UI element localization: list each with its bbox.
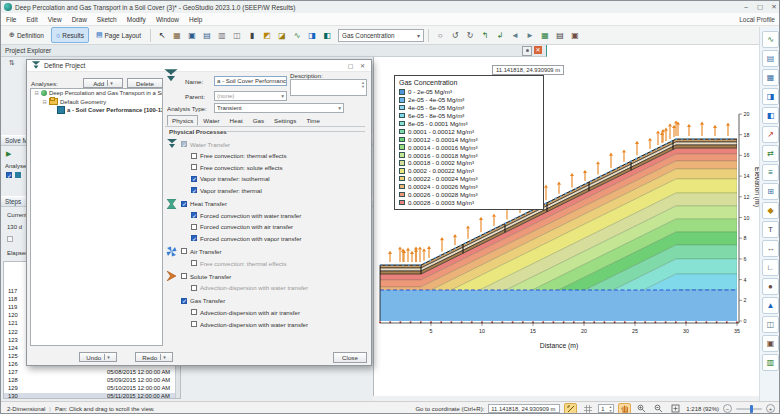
process-checkbox[interactable] — [191, 235, 197, 241]
result-info-icon[interactable]: ▤ — [762, 50, 779, 67]
step-spinner[interactable]: 1 ▲▼ — [598, 404, 614, 413]
water-table-result-icon[interactable]: ▲ — [762, 297, 779, 314]
zoom-next-icon[interactable]: ► — [523, 28, 537, 42]
tab-physics[interactable]: Physics — [167, 115, 198, 126]
tree-item[interactable]: ⊟Default Geometry — [31, 98, 162, 107]
close-button[interactable]: ✕ — [767, 3, 780, 11]
zoom-increase-button[interactable]: + — [766, 404, 775, 413]
snapshot-icon[interactable]: ▣ — [568, 28, 582, 42]
chart-export-icon[interactable]: ▥ — [762, 354, 779, 371]
tab-water[interactable]: Water — [198, 115, 224, 126]
menu-file[interactable]: File — [1, 16, 21, 23]
solve-icon[interactable]: ▶ — [6, 150, 11, 158]
tab-settings[interactable]: Settings — [269, 115, 301, 126]
menu-draw[interactable]: Draw — [67, 16, 92, 23]
delete-analysis-button[interactable]: Delete — [127, 78, 163, 88]
view-mesh-icon[interactable]: ▦ — [762, 69, 779, 86]
tab-gas[interactable]: Gas — [248, 115, 269, 126]
zoom-objects-icon[interactable]: ▦ — [170, 28, 184, 42]
parent-dropdown[interactable]: (none)▾ — [214, 91, 287, 101]
flow-paths-icon[interactable]: ⇄ — [762, 145, 779, 162]
step-row[interactable]: 12705/08/2015 12:00:00 AM — [4, 369, 176, 377]
process-checkbox[interactable] — [191, 224, 197, 230]
process-checkbox[interactable] — [191, 321, 197, 327]
process-checkbox[interactable] — [181, 248, 187, 254]
minimize-button[interactable]: – — [739, 3, 753, 11]
tree-item[interactable]: ⊟Deep Percolation and Gas Transport in a… — [31, 89, 162, 98]
step-row[interactable]: 12905/10/2015 12:00:00 AM — [4, 385, 176, 393]
copy-graph-icon[interactable]: ▣ — [185, 28, 199, 42]
process-checkbox[interactable] — [181, 273, 187, 279]
goto-coordinate-input[interactable]: 11.141818, 24.930909 m — [488, 404, 560, 413]
menu-help[interactable]: Help — [184, 16, 207, 23]
pin-icon[interactable] — [522, 46, 532, 56]
menu-modify[interactable]: Modify — [122, 16, 151, 23]
interpolate-icon[interactable]: ● — [762, 278, 779, 295]
view-parameter-dropdown[interactable]: Gas Concentration ▾ — [338, 29, 424, 42]
zoom-in-region-icon[interactable]: ↰ — [478, 28, 492, 42]
sketch-axes-icon[interactable]: ∟ — [762, 259, 779, 276]
vector-icon[interactable]: ◧ — [320, 28, 334, 42]
draw-text-icon[interactable]: T — [762, 221, 779, 238]
dialog-close-icon[interactable]: ✕ — [357, 62, 368, 69]
select-region-icon[interactable]: ○ — [433, 28, 447, 42]
zoom-slider[interactable] — [736, 408, 762, 410]
export-excel-icon[interactable]: ▦ — [538, 28, 552, 42]
zoom-out-icon[interactable] — [652, 403, 665, 414]
draw-table-icon[interactable]: ▤ — [200, 28, 214, 42]
process-checkbox[interactable] — [191, 309, 197, 315]
steps-option-checkbox[interactable] — [7, 236, 13, 242]
undo-button[interactable]: Undo▾ — [79, 352, 117, 362]
dialog-restore-icon[interactable]: ▢ — [345, 62, 356, 69]
page-layout-button[interactable]: ▤ Page Layout — [91, 27, 146, 43]
report-icon[interactable]: ▤ — [553, 28, 567, 42]
coordinate-tool-icon[interactable] — [564, 403, 577, 414]
results-button[interactable]: ○ Results — [51, 27, 89, 43]
panel-close-icon[interactable]: ✕ — [534, 46, 542, 54]
menu-view[interactable]: View — [43, 16, 67, 23]
menu-edit[interactable]: Edit — [21, 16, 42, 23]
sort-icon[interactable]: ⇅ — [9, 59, 15, 67]
maximize-button[interactable]: ▢ — [753, 3, 767, 11]
zoom-slider-thumb[interactable] — [750, 405, 753, 413]
result-table-icon[interactable]: ⊞ — [762, 183, 779, 200]
dialog-titlebar[interactable]: Define Project ▢ ✕ — [27, 60, 371, 72]
zoom-fit-icon[interactable] — [669, 403, 682, 414]
process-checkbox[interactable] — [181, 141, 187, 147]
draw-graph-icon[interactable]: ∿ — [762, 31, 779, 48]
pan-tool-icon[interactable] — [618, 403, 631, 414]
image-export-icon[interactable]: ▣ — [762, 335, 779, 352]
draw-graph-icon[interactable]: ∿ — [290, 28, 304, 42]
menu-sketch[interactable]: Sketch — [92, 16, 122, 23]
local-profile-label[interactable]: Local Profile — [739, 16, 780, 23]
drawing-canvas[interactable]: Distance (m) Elevation (m) 5101520253035… — [373, 57, 759, 396]
tree-expander[interactable]: ⊟ — [42, 99, 47, 105]
add-analysis-button[interactable]: Add▾ — [83, 78, 123, 88]
process-checkbox[interactable] — [181, 201, 187, 207]
contour-icon[interactable]: ◨ — [305, 28, 319, 42]
tab-time[interactable]: Time — [301, 115, 325, 126]
step-row[interactable]: 13005/11/2015 12:00:00 AM — [4, 393, 176, 399]
redo-button[interactable]: Redo▾ — [135, 352, 173, 362]
process-checkbox[interactable] — [191, 187, 197, 193]
flux-sections-icon[interactable]: ◆ — [762, 202, 779, 219]
tree-expander[interactable]: ⊟ — [34, 90, 39, 96]
binder-icon[interactable]: ▮ — [245, 28, 259, 42]
process-checkbox[interactable] — [191, 260, 197, 266]
analyses-tree[interactable]: ⊟Deep Percolation and Gas Transport in a… — [30, 88, 163, 346]
zoom-prev-icon[interactable]: ◄ — [508, 28, 522, 42]
rotate-ccw-icon[interactable]: ↺ — [448, 28, 462, 42]
flux-section-icon[interactable]: ◩ — [260, 28, 274, 42]
tab-heat[interactable]: Heat — [225, 115, 248, 126]
zoom-decrease-button[interactable]: − — [723, 404, 732, 413]
definition-button[interactable]: ⊕ Definition — [4, 27, 49, 43]
name-input[interactable]: a - Soil Cover Performance — [214, 76, 287, 86]
dimension-icon[interactable]: ↔ — [762, 240, 779, 257]
print-layout-icon[interactable]: ◫ — [230, 28, 244, 42]
analysis-checkbox[interactable] — [6, 172, 12, 178]
isolines-icon[interactable]: ≡ — [762, 164, 779, 181]
process-checkbox[interactable] — [181, 298, 187, 304]
page-icon[interactable]: ▥ — [215, 28, 229, 42]
water-table-icon[interactable]: ◪ — [275, 28, 289, 42]
process-checkbox[interactable] — [191, 176, 197, 182]
